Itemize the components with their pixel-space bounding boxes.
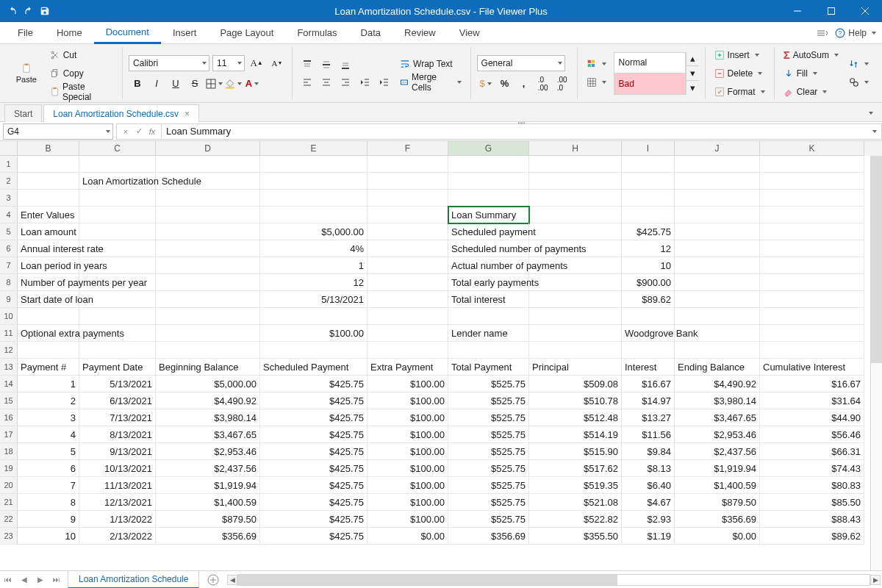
cell[interactable]: $100.00 <box>368 443 448 460</box>
cell[interactable]: $16.67 <box>622 376 675 392</box>
cell[interactable]: $100.00 <box>368 460 448 477</box>
menu-page-layout[interactable]: Page Layout <box>208 22 285 44</box>
cell[interactable]: $2.93 <box>622 511 675 528</box>
tabs-dropdown-icon[interactable] <box>861 105 878 121</box>
cell-style-bad[interactable]: Bad <box>614 74 685 94</box>
cell[interactable]: $13.27 <box>622 409 675 426</box>
font-name-select[interactable]: Calibri <box>129 55 209 71</box>
cell[interactable]: 2/13/2022 <box>79 528 156 545</box>
cell[interactable]: $0.00 <box>675 528 760 545</box>
cell[interactable] <box>760 291 864 308</box>
cell[interactable]: 2 <box>18 392 79 409</box>
cell[interactable]: $85.50 <box>760 494 864 511</box>
cell[interactable] <box>675 207 760 223</box>
cell[interactable]: Interest <box>622 359 675 376</box>
cell[interactable]: $4,490.92 <box>156 392 260 409</box>
cell[interactable] <box>529 207 622 223</box>
cell[interactable]: 9/13/2021 <box>79 443 156 460</box>
cell[interactable]: $3,980.14 <box>156 409 260 426</box>
cell[interactable] <box>368 325 448 342</box>
format-cells-button[interactable]: Format <box>711 84 768 100</box>
cell[interactable]: $525.75 <box>448 409 529 426</box>
cell[interactable] <box>622 207 675 223</box>
cell[interactable]: $89.62 <box>760 528 864 545</box>
increase-font-icon[interactable]: A▲ <box>248 55 265 71</box>
cell[interactable]: $1,400.59 <box>156 494 260 511</box>
cell[interactable]: $525.75 <box>448 376 529 392</box>
cell[interactable] <box>156 308 260 325</box>
cell[interactable] <box>260 190 368 207</box>
cell[interactable] <box>675 173 760 190</box>
cell[interactable]: $88.43 <box>760 511 864 528</box>
decrease-decimal-icon[interactable]: .00.0 <box>553 76 571 92</box>
formula-input[interactable]: Loan Summary <box>162 123 882 140</box>
cell[interactable]: Loan Amortization Schedule <box>79 173 156 190</box>
sheet-nav-prev-icon[interactable]: ◀ <box>16 571 32 589</box>
cell[interactable]: Payment # <box>18 359 79 376</box>
cell[interactable]: $56.46 <box>760 426 864 443</box>
cell[interactable]: 7/13/2021 <box>79 409 156 426</box>
cell[interactable]: 1 <box>18 376 79 392</box>
styles-down-icon[interactable]: ▾ <box>686 66 699 81</box>
cell[interactable] <box>260 342 368 359</box>
cell[interactable] <box>675 342 760 359</box>
cell[interactable] <box>368 156 448 173</box>
cell[interactable] <box>260 173 368 190</box>
clear-button[interactable]: Clear <box>781 84 842 100</box>
menu-review[interactable]: Review <box>392 22 448 44</box>
cell[interactable]: Beginning Balance <box>156 359 260 376</box>
add-sheet-button[interactable] <box>204 571 223 589</box>
cell[interactable] <box>760 274 864 291</box>
cell[interactable]: $879.50 <box>675 494 760 511</box>
menu-data[interactable]: Data <box>349 22 392 44</box>
row-header[interactable]: 2 <box>0 173 18 190</box>
cell[interactable] <box>529 291 622 308</box>
cell[interactable]: $525.75 <box>448 477 529 494</box>
cell[interactable]: $525.75 <box>448 511 529 528</box>
cell[interactable] <box>156 342 260 359</box>
cell[interactable]: 4 <box>18 426 79 443</box>
cell[interactable]: Enter Values <box>18 207 79 223</box>
cell[interactable]: $100.00 <box>368 477 448 494</box>
cell[interactable]: 12/13/2021 <box>79 494 156 511</box>
sheet-nav-last-icon[interactable]: ⏭ <box>49 571 65 589</box>
row-header[interactable]: 4 <box>0 207 18 223</box>
sheet-nav-first-icon[interactable]: ⏮ <box>0 571 16 589</box>
cell[interactable] <box>448 342 529 359</box>
italic-button[interactable]: I <box>148 76 165 92</box>
column-header[interactable]: K <box>760 141 864 156</box>
cell-style-normal[interactable]: Normal <box>614 53 685 74</box>
cell[interactable]: $1.19 <box>622 528 675 545</box>
cell[interactable]: $525.75 <box>448 443 529 460</box>
cell[interactable]: $9.84 <box>622 443 675 460</box>
cell[interactable]: Total Payment <box>448 359 529 376</box>
column-header[interactable]: E <box>260 141 368 156</box>
cell[interactable] <box>18 190 79 207</box>
cell[interactable]: $425.75 <box>260 376 368 392</box>
cell[interactable] <box>156 274 260 291</box>
menu-insert[interactable]: Insert <box>161 22 209 44</box>
cell[interactable]: $425.75 <box>260 443 368 460</box>
cell[interactable]: $425.75 <box>260 511 368 528</box>
cell[interactable] <box>675 274 760 291</box>
row-header[interactable]: 10 <box>0 308 18 325</box>
cell[interactable] <box>156 240 260 257</box>
cell[interactable]: $525.75 <box>448 392 529 409</box>
cell[interactable] <box>260 308 368 325</box>
cell[interactable]: Number of payments per year <box>18 274 79 291</box>
cell[interactable] <box>448 190 529 207</box>
collapse-ribbon-icon[interactable] <box>814 25 831 41</box>
cell[interactable]: $425.75 <box>260 528 368 545</box>
cell[interactable]: 7 <box>18 477 79 494</box>
cell[interactable] <box>760 156 864 173</box>
decrease-font-icon[interactable]: A▼ <box>268 55 286 71</box>
vertical-scrollbar[interactable] <box>870 156 882 570</box>
close-button[interactable] <box>848 0 882 22</box>
cell[interactable]: 10 <box>18 528 79 545</box>
column-header[interactable]: C <box>79 141 156 156</box>
horizontal-scrollbar[interactable]: ◀▶ <box>237 574 870 586</box>
cell[interactable]: $515.90 <box>529 443 622 460</box>
align-center-icon[interactable] <box>318 74 335 90</box>
cell[interactable]: Ending Balance <box>675 359 760 376</box>
cell[interactable]: $74.43 <box>760 460 864 477</box>
